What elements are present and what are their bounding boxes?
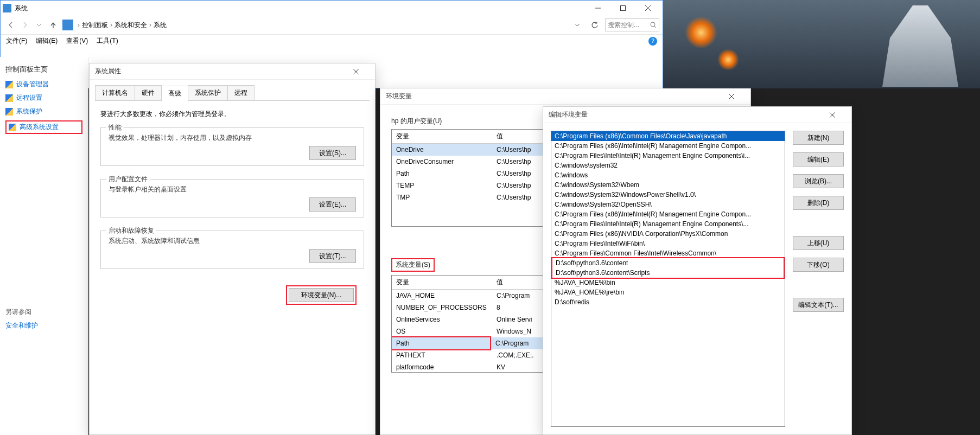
path-item[interactable]: %JAVA_HOME%\bin (551, 278, 785, 287)
group-label: 启动和故障恢复 (106, 226, 156, 235)
path-item[interactable]: D:\soft\redis (551, 297, 785, 307)
tabs: 计算机名硬件高级系统保护远程 (95, 85, 370, 101)
cell-var: JAVA_HOME (392, 290, 492, 302)
shield-icon (5, 81, 13, 88)
cell-var: Path (392, 168, 492, 180)
group-desc: 系统启动、系统故障和调试信息 (109, 236, 356, 246)
edit-side-buttons: 新建(N) 编辑(E) 浏览(B)... 删除(D) 上移(U) 下移(O) 编… (793, 131, 844, 427)
system-icon (3, 4, 11, 12)
sidebar-item-label: 远程设置 (16, 93, 42, 103)
path-item[interactable]: C:\windows\System32\Wbem (551, 180, 785, 190)
sidebar-item-protection[interactable]: 系统保护 (5, 107, 82, 116)
dialog-title-bar: 环境变量 (380, 88, 750, 105)
path-item[interactable]: %JAVA_HOME%\jre\bin (551, 287, 785, 297)
maximize-button[interactable] (610, 1, 635, 16)
menu-file[interactable]: 文件(F) (6, 36, 27, 46)
path-item[interactable]: C:\windows\System32\WindowsPowerShell\v1… (551, 190, 785, 200)
sidebar-item-label: 系统保护 (16, 107, 42, 116)
breadcrumb-item[interactable]: 控制面板 (82, 21, 108, 30)
menu-view[interactable]: 查看(V) (66, 36, 88, 46)
path-item[interactable]: C:\Program Files (x86)\Common Files\Orac… (551, 131, 785, 141)
up-button[interactable] (46, 18, 60, 32)
group-settings-button[interactable]: 设置(T)... (309, 249, 356, 263)
menu-edit[interactable]: 编辑(E) (36, 36, 58, 46)
tab-2[interactable]: 高级 (161, 86, 188, 101)
move-up-button[interactable]: 上移(U) (793, 236, 844, 250)
path-item[interactable]: D:\soft\python3.6\content (552, 258, 784, 268)
browse-button[interactable]: 浏览(B)... (793, 174, 844, 188)
recent-locations-dropdown[interactable] (32, 18, 46, 32)
cell-var: OneDriveConsumer (392, 156, 492, 168)
group-settings-button[interactable]: 设置(S)... (309, 146, 356, 160)
address-icon (62, 20, 73, 30)
window-title: 系统 (15, 4, 28, 13)
close-icon[interactable] (830, 112, 846, 118)
new-button[interactable]: 新建(N) (793, 131, 844, 145)
dialog-title: 编辑环境变量 (549, 110, 588, 119)
search-input[interactable]: 搜索控制... (605, 18, 659, 31)
menu-tools[interactable]: 工具(T) (97, 36, 118, 46)
sidebar-item-security[interactable]: 安全和维护 (5, 321, 82, 330)
close-button[interactable] (635, 1, 660, 16)
path-item[interactable]: C:\windows\system32 (551, 161, 785, 170)
path-item[interactable]: C:\Program Files (x86)\Intel\Intel(R) Ma… (551, 141, 785, 151)
tab-1[interactable]: 硬件 (135, 85, 162, 100)
chevron-right-icon: › (108, 21, 114, 29)
env-vars-button[interactable]: 环境变量(N)... (289, 288, 354, 302)
sidebar-item-label: 高级系统设置 (20, 123, 59, 132)
close-icon[interactable] (729, 94, 745, 99)
group-label: 性能 (106, 123, 124, 132)
menu-bar: 文件(F) 编辑(E) 查看(V) 工具(T) ? (1, 34, 663, 47)
back-button[interactable] (4, 18, 18, 32)
col-variable[interactable]: 变量 (392, 130, 492, 143)
nav-row: › 控制面板 › 系统和安全 › 系统 搜索控制... (1, 16, 663, 34)
path-item[interactable]: C:\Program Files (x86)\NVIDIA Corporatio… (551, 229, 785, 239)
path-item[interactable]: C:\windows (551, 170, 785, 180)
tab-3[interactable]: 系统保护 (188, 85, 228, 100)
path-item[interactable]: D:\soft\python3.6\content\Scripts (552, 268, 784, 278)
cell-var: TMP (392, 191, 492, 203)
breadcrumb-item[interactable]: 系统 (154, 21, 167, 30)
cell-var: OneDrive (392, 144, 492, 156)
path-item[interactable]: C:\windows\System32\OpenSSH\ (551, 200, 785, 209)
path-item[interactable]: C:\Program Files\Intel\Intel(R) Manageme… (551, 151, 785, 161)
refresh-button[interactable] (588, 18, 602, 32)
cell-var: TEMP (392, 180, 492, 191)
side-panel-title[interactable]: 控制面板主页 (5, 65, 82, 74)
tab-panel-advanced: 要进行大多数更改，你必须作为管理员登录。 性能视觉效果，处理器计划，内存使用，以… (90, 101, 375, 312)
path-list[interactable]: C:\Program Files (x86)\Common Files\Orac… (551, 131, 785, 427)
search-icon (650, 22, 657, 28)
cell-var: OnlineServices (392, 314, 492, 325)
sidebar-item-advanced-settings[interactable]: 高级系统设置 (5, 120, 82, 134)
edit-text-button[interactable]: 编辑文本(T)... (793, 298, 844, 312)
chevron-right-icon: › (147, 21, 154, 29)
env-vars-highlight: 环境变量(N)... (286, 285, 357, 305)
dialog-title: 环境变量 (386, 92, 412, 101)
wallpaper-glow (717, 49, 739, 71)
help-icon[interactable]: ? (648, 37, 657, 46)
close-icon[interactable] (353, 69, 370, 74)
cell-var: OS (392, 325, 492, 337)
sys-vars-label: 系统变量(S) (391, 258, 435, 272)
path-item[interactable]: C:\Program Files\Intel\WiFi\bin\ (551, 239, 785, 248)
delete-button[interactable]: 删除(D) (793, 196, 844, 210)
address-dropdown[interactable] (570, 18, 584, 32)
tab-0[interactable]: 计算机名 (95, 85, 135, 100)
forward-button[interactable] (18, 18, 32, 32)
minimize-button[interactable] (586, 1, 610, 16)
sidebar-item-remote[interactable]: 远程设置 (5, 93, 82, 103)
group-settings-button[interactable]: 设置(E)... (309, 197, 356, 212)
group-1: 用户配置文件与登录帐户相关的桌面设置设置(E)... (100, 179, 364, 218)
move-down-button[interactable]: 下移(O) (793, 258, 844, 272)
breadcrumb-item[interactable]: 系统和安全 (114, 21, 147, 30)
admin-notice: 要进行大多数更改，你必须作为管理员登录。 (100, 110, 364, 119)
svg-line-5 (654, 26, 656, 28)
path-item[interactable]: C:\Program Files (x86)\Intel\Intel(R) Ma… (551, 209, 785, 219)
path-item[interactable]: C:\Program Files\Intel\Intel(R) Manageme… (551, 219, 785, 229)
edit-button[interactable]: 编辑(E) (793, 152, 844, 167)
dialog-title-bar: 编辑环境变量 (543, 107, 851, 123)
col-variable[interactable]: 变量 (392, 276, 492, 289)
sidebar-item-device-manager[interactable]: 设备管理器 (5, 80, 82, 89)
wallpaper-glow (685, 16, 717, 49)
tab-4[interactable]: 远程 (227, 85, 254, 100)
